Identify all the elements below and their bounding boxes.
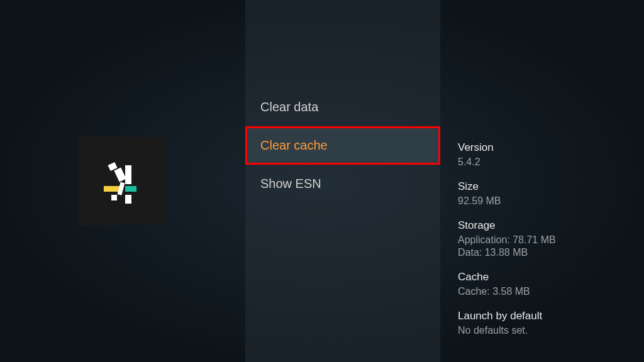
- info-label: Storage: [458, 219, 644, 232]
- info-label: Cache: [458, 271, 644, 283]
- svg-rect-3: [104, 186, 120, 192]
- info-storage: Storage Application: 78.71 MB Data: 13.8…: [458, 219, 644, 260]
- menu-item-clear-data[interactable]: Clear data: [245, 88, 440, 126]
- left-panel: [0, 0, 245, 362]
- info-size: Size 92.59 MB: [458, 180, 644, 208]
- channel-4-icon: [91, 150, 154, 212]
- svg-rect-0: [108, 162, 117, 171]
- info-value: Cache: 3.58 MB: [458, 285, 644, 299]
- info-version: Version 5.4.2: [458, 141, 644, 169]
- svg-rect-5: [111, 195, 117, 200]
- info-value: Data: 13.88 MB: [458, 246, 644, 260]
- svg-rect-1: [114, 167, 126, 182]
- app-icon: [79, 137, 167, 225]
- info-label: Size: [458, 180, 644, 193]
- info-value: No defaults set.: [458, 324, 644, 337]
- menu-panel: Clear data Clear cache Show ESN: [245, 0, 440, 362]
- svg-rect-6: [125, 195, 131, 204]
- svg-rect-2: [125, 165, 131, 184]
- info-cache: Cache Cache: 3.58 MB: [458, 271, 644, 299]
- menu-item-clear-cache[interactable]: Clear cache: [245, 126, 440, 165]
- info-panel: Version 5.4.2 Size 92.59 MB Storage Appl…: [440, 0, 644, 362]
- info-value: 5.4.2: [458, 156, 644, 169]
- info-value: 92.59 MB: [458, 195, 644, 208]
- info-launch: Launch by default No defaults set.: [458, 310, 644, 337]
- info-value: Application: 78.71 MB: [458, 234, 644, 247]
- svg-rect-4: [125, 186, 136, 192]
- menu-item-show-esn[interactable]: Show ESN: [245, 165, 440, 203]
- info-label: Launch by default: [458, 310, 644, 322]
- info-label: Version: [458, 141, 644, 154]
